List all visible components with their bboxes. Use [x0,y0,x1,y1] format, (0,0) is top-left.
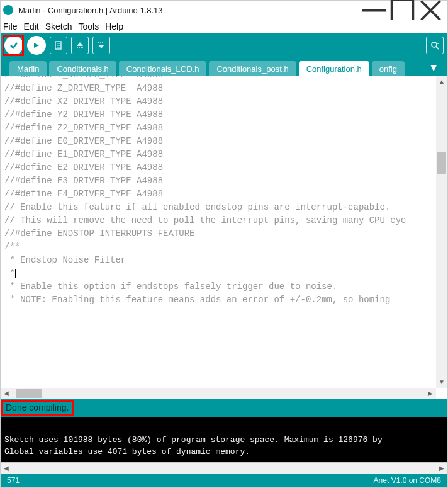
tab-conditionals-lcd[interactable]: Conditionals_LCD.h [119,61,207,76]
menu-help[interactable]: Help [105,21,123,31]
scroll-left-icon[interactable]: ◀ [1,388,12,399]
minimize-button[interactable] [360,1,388,20]
arduino-icon [3,5,13,15]
board-port-info: Anet V1.0 on COM8 [374,476,441,485]
tab-conditionals[interactable]: Conditionals.h [49,61,116,76]
code-editor[interactable]: //#define Y_DRIVER_TYPE A4988//#define Z… [1,76,447,399]
save-button[interactable] [92,37,110,54]
toolbar [1,33,447,57]
scroll-right-icon[interactable]: ▶ [436,463,447,474]
scroll-right-icon[interactable]: ▶ [425,388,436,399]
menu-file[interactable]: File [3,21,18,31]
menubar: File Edit Sketch Tools Help [1,20,447,33]
scroll-down-icon[interactable]: ▼ [436,377,447,388]
new-button[interactable] [50,37,67,54]
arduino-ide-window: Marlin - Configuration.h | Arduino 1.8.1… [0,0,448,488]
menu-edit[interactable]: Edit [24,21,39,31]
svg-rect-1 [392,0,413,21]
annotation-highlight-status: Done compiling. [1,400,74,416]
svg-marker-9 [77,42,83,46]
line-number: 571 [7,476,20,485]
status-bar: Done compiling. [1,399,447,417]
status-message: Done compiling. [6,402,69,412]
tab-conditionals-post[interactable]: Conditionals_post.h [209,61,296,76]
footer-bar: 571 Anet V1.0 on COM8 [1,474,447,487]
tab-overflow[interactable]: onfig [372,61,405,76]
serial-monitor-button[interactable] [426,37,444,54]
editor-horizontal-scrollbar[interactable]: ◀ ▶ [1,388,436,399]
tab-marlin[interactable]: Marlin [9,61,47,76]
svg-line-14 [436,47,439,49]
scrollbar-thumb[interactable] [16,389,42,398]
menu-tools[interactable]: Tools [79,21,99,31]
console-horizontal-scrollbar[interactable]: ◀ ▶ [1,462,447,474]
output-console: Sketch uses 101988 bytes (80%) of progra… [1,417,447,462]
menu-sketch[interactable]: Sketch [45,21,72,31]
svg-marker-11 [98,45,104,48]
titlebar: Marlin - Configuration.h | Arduino 1.8.1… [1,1,447,20]
tab-bar: Marlin Conditionals.h Conditionals_LCD.h… [1,57,447,76]
verify-button[interactable] [4,36,23,55]
scrollbar-thumb[interactable] [437,152,446,174]
svg-marker-4 [34,43,39,48]
editor-vertical-scrollbar[interactable]: ▲ ▼ [436,76,447,388]
scroll-left-icon[interactable]: ◀ [1,463,12,474]
tab-dropdown-icon[interactable]: ▼ [425,60,442,76]
svg-point-15 [437,43,439,44]
open-button[interactable] [71,37,89,54]
window-title: Marlin - Configuration.h | Arduino 1.8.1… [18,6,163,15]
close-button[interactable] [417,1,445,20]
maximize-button[interactable] [388,1,417,20]
svg-point-13 [432,42,437,47]
scroll-up-icon[interactable]: ▲ [436,76,447,88]
tab-configuration[interactable]: Configuration.h [299,61,369,76]
upload-button[interactable] [27,36,46,55]
